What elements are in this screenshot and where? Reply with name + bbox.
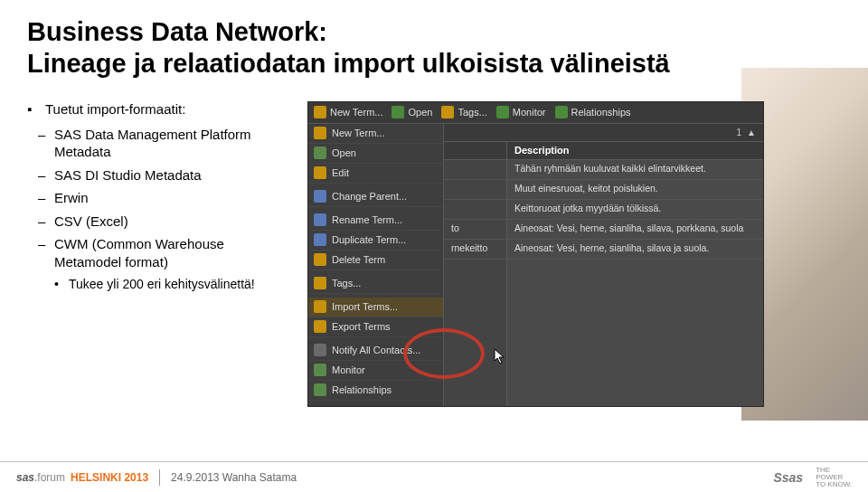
tagline: THE POWER TO KNOW. [816, 467, 852, 488]
bullet-lvl2: CWM (Common Warehouse Metamodel format) [27, 235, 289, 270]
slide-title: Business Data Network: Lineage ja relaat… [27, 16, 841, 80]
new-term-icon [314, 106, 326, 118]
grid-col-desc: Description Tähän ryhmään kuuluvat kaikk… [507, 142, 763, 407]
bullet-lvl3: Tukee yli 200 eri kehitysvälinettä! [27, 276, 289, 292]
event-info: 24.9.2013 Wanha Satama [171, 471, 297, 484]
menu-item[interactable]: Change Parent... [308, 187, 443, 207]
title-line-1: Business Data Network: [27, 17, 327, 46]
triangle-icon: ▲ [747, 128, 756, 137]
menu-label: Tags... [332, 278, 361, 289]
bullet-lvl1: Tuetut import-formaatit: [27, 101, 289, 117]
menu-icon [314, 383, 326, 396]
menu-item[interactable]: Duplicate Term... [308, 231, 443, 251]
city-year: HELSINKI 2013 [71, 471, 148, 484]
sas-logo: Ssas [773, 470, 803, 485]
table-cell: Muut einesruoat, keitot poislukien. [507, 180, 763, 200]
app-screenshot: New Term... Open Tags... Monitor Relatio… [307, 101, 764, 407]
toolbar-new-term[interactable]: New Term... [314, 106, 382, 118]
slide: Business Data Network: Lineage ja relaat… [0, 0, 868, 492]
menu-label: Import Terms... [332, 301, 398, 312]
content-row: Tuetut import-formaatit: SAS Data Manage… [27, 101, 841, 407]
table-cell [444, 160, 506, 180]
menu-icon [314, 233, 326, 246]
menu-icon [314, 344, 326, 356]
menu-label: Edit [332, 167, 349, 178]
toolbar-monitor[interactable]: Monitor [496, 106, 546, 118]
highlight-circle [403, 328, 485, 379]
menu-icon [314, 364, 326, 376]
menu-item[interactable]: Delete Term [308, 251, 443, 270]
menu-item[interactable]: Save As PDF Report... [308, 404, 443, 407]
menu-label: Open [332, 147, 356, 158]
menu-label: Relationships [332, 384, 392, 395]
menu-icon [314, 127, 326, 139]
menu-label: Delete Term [332, 254, 385, 265]
toolbar-tags[interactable]: Tags... [441, 106, 486, 118]
cursor-icon [494, 348, 506, 364]
menu-icon [314, 320, 326, 333]
menu-item[interactable]: Open [308, 144, 443, 164]
bullet-lvl2: SAS Data Management Platform Metadata [27, 126, 289, 161]
menu-label: Change Parent... [332, 191, 407, 202]
brand: sas [16, 471, 34, 484]
menu-item[interactable]: New Term... [308, 124, 443, 144]
menu-label: Rename Term... [332, 214, 402, 225]
menu-icon [314, 147, 326, 159]
table-cell: Aineosat: Vesi, herne, sianliha, silava … [507, 240, 763, 260]
menu-item[interactable]: Edit [308, 164, 443, 184]
footer: sas.forum HELSINKI 2013 24.9.2013 Wanha … [0, 461, 868, 492]
menu-label: New Term... [332, 128, 384, 138]
menu-item[interactable]: Tags... [308, 274, 443, 294]
menu-icon [314, 190, 326, 203]
open-icon [392, 106, 404, 118]
title-line-2: Lineage ja relaatiodatan import ulkoisis… [27, 49, 670, 78]
menu-icon [314, 213, 326, 226]
monitor-icon [496, 106, 509, 118]
menu-label: Monitor [332, 364, 365, 375]
bullet-lvl2: SAS DI Studio Metadata [27, 166, 289, 184]
table-cell: to [444, 220, 506, 240]
right-panel: 1 ▲ to rne­keitto Descrip [444, 124, 763, 407]
breadcrumb: 1 ▲ [444, 124, 763, 142]
table-cell: Aineosat: Vesi, herne, sianliha, silava,… [507, 220, 763, 240]
grid: to rne­keitto Description Tähän ryhmään … [444, 142, 763, 407]
tags-icon [441, 106, 454, 118]
relationships-icon [555, 106, 568, 118]
bullet-lvl2: Erwin [27, 189, 289, 207]
col-header: Description [507, 142, 763, 160]
menu-item[interactable]: Rename Term... [308, 211, 443, 231]
page-num: 1 [737, 128, 742, 137]
bullet-list: Tuetut import-formaatit: SAS Data Manage… [27, 101, 289, 407]
toolbar: New Term... Open Tags... Monitor Relatio… [308, 102, 763, 124]
table-cell [444, 180, 506, 200]
bullet-lvl2: CSV (Excel) [27, 213, 289, 231]
footer-right: Ssas THE POWER TO KNOW. [773, 467, 852, 488]
toolbar-relationships[interactable]: Relationships [555, 106, 631, 118]
app-body: New Term...OpenEditChange Parent...Renam… [308, 124, 763, 407]
table-cell [444, 200, 506, 220]
table-cell: rne­keitto [444, 240, 506, 260]
separator [159, 469, 160, 486]
menu-item[interactable]: Import Terms... [308, 298, 443, 317]
menu-item[interactable]: Relationships [308, 381, 443, 401]
menu-icon [314, 253, 326, 266]
menu-icon [314, 166, 326, 179]
brand-suffix: .forum [34, 471, 65, 484]
table-cell: Keittoruoat jotka myydään tölkissä. [507, 200, 763, 220]
menu-icon [314, 277, 326, 289]
toolbar-open[interactable]: Open [392, 106, 432, 118]
menu-label: Export Terms [332, 321, 391, 332]
menu-icon [314, 300, 326, 313]
menu-label: Duplicate Term... [332, 234, 406, 245]
col-header [444, 142, 506, 160]
table-cell: Tähän ryhmään kuuluvat kaikki elintarvik… [507, 160, 763, 180]
